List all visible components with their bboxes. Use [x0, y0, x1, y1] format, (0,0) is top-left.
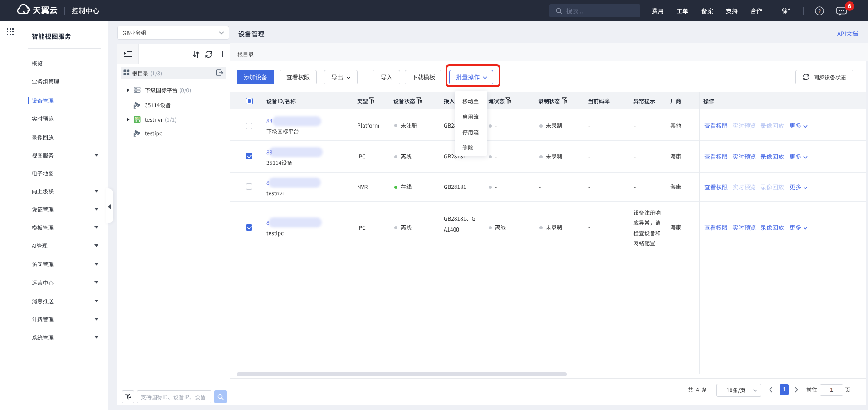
svg-text:NVR: NVR [135, 117, 140, 119]
svg-text:?: ? [818, 8, 821, 14]
